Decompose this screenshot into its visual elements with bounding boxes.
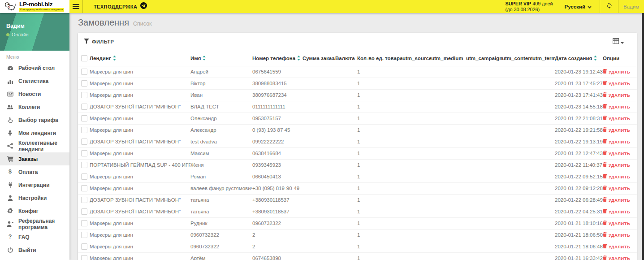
sidebar-item-tariff[interactable]: Выбор тарифа [0,113,69,126]
delete-button[interactable]: УДАЛИТЬ [603,197,630,203]
row-checkbox[interactable] [81,139,87,145]
select-all-checkbox[interactable] [81,55,87,61]
column-header-name[interactable]: Имя [190,51,252,66]
cell-utm-content [502,206,532,217]
cell-utm-medium [431,124,466,136]
column-header-currency: Валюта [335,51,357,66]
sidebar-item-colleagues[interactable]: Коллеги [0,100,69,113]
row-checkbox[interactable] [81,80,87,87]
sidebar-item-stats[interactable]: Статистика [0,74,69,87]
cell-utm-medium [431,229,466,241]
sidebar-item-config[interactable]: Конфиг [0,204,69,217]
page-scrollbar[interactable] [642,13,644,260]
delete-button[interactable]: УДАЛИТЬ [603,139,630,144]
delete-button[interactable]: УДАЛИТЬ [603,186,630,191]
cell-created: 2020-01-22 04:25:31 [555,206,603,217]
row-checkbox[interactable] [81,232,87,238]
sidebar-item-payment[interactable]: $ Оплата [0,165,69,178]
delete-button[interactable]: УДАЛИТЬ [603,221,630,226]
row-checkbox[interactable] [81,104,87,110]
trash-icon [603,209,607,214]
row-checkbox[interactable] [81,243,87,250]
cell-utm-term [532,136,555,147]
filter-button[interactable]: ФИЛЬТР [84,39,114,45]
delete-button[interactable]: УДАЛИТЬ [603,92,630,98]
column-settings-button[interactable] [613,38,624,46]
delete-button[interactable]: УДАЛИТЬ [603,209,630,214]
sidebar-item-faq[interactable]: ? FAQ [0,230,69,243]
support-link[interactable]: ТЕХПОДДЕРЖКА [94,2,147,11]
row-checkbox[interactable] [81,127,87,133]
sidebar-item-collective-landings[interactable]: Коллективные лендинги [0,139,69,152]
chevron-down-icon [588,4,592,9]
cell-utm-medium [431,194,466,206]
cell-created: 2020-01-22 09:52:15 [555,171,603,182]
cell-utm-campaign [466,194,502,206]
delete-button[interactable]: УДАЛИТЬ [603,104,630,109]
cell-utm-term [532,78,555,89]
cell-qty: 1 [357,241,402,252]
sidebar-item-settings[interactable]: Настройки [0,191,69,204]
column-header-phone[interactable]: Номер телефона [252,51,303,66]
row-checkbox[interactable] [81,197,87,203]
person-plus-icon [6,221,14,227]
cell-utm-term [532,101,555,113]
cell-phone: 0674653898 [252,252,303,260]
sidebar-item-my-landings[interactable]: Мои лендинги [0,126,69,139]
brand-logo[interactable]: LP-mobi.biz Конструктор мобильных лендин… [0,0,69,13]
cell-utm-medium [431,113,466,124]
delete-button[interactable]: УДАЛИТЬ [603,174,630,179]
delete-button[interactable]: УДАЛИТЬ [603,81,630,86]
sidebar-item-news[interactable]: Новости [0,87,69,100]
cell-options: УДАЛИТЬ [603,78,637,89]
sidebar-item-dashboard[interactable]: Рабочий стол [0,61,69,74]
delete-button[interactable]: УДАЛИТЬ [603,151,630,156]
cell-utm-source [402,89,431,101]
cell-utm-term [532,124,555,136]
filter-icon [84,39,89,45]
row-checkbox[interactable] [81,220,87,226]
sidebar-item-orders[interactable]: Заказы [0,152,69,165]
sidebar-item-referral[interactable]: Реферальная программа [0,217,69,230]
cell-utm-medium [431,252,466,260]
cell-currency [335,182,357,194]
sort-icon [594,56,597,61]
delete-button[interactable]: УДАЛИТЬ [603,127,630,133]
language-selector[interactable]: Русский [565,4,592,9]
row-checkbox[interactable] [81,69,87,75]
cell-qty: 1 [357,182,402,194]
row-checkbox[interactable] [81,185,87,191]
sidebar-item-integrations[interactable]: Интеграции [0,178,69,191]
row-checkbox[interactable] [81,115,87,121]
cell-sum [303,182,335,194]
cell-options: УДАЛИТЬ [603,206,637,217]
row-checkbox[interactable] [81,162,87,168]
cell-landing: ДОЗАТОР ЗУБНОЇ ПАСТИ "МИНЬОН" [90,206,190,217]
row-checkbox[interactable] [81,92,87,98]
row-checkbox[interactable] [81,173,87,180]
delete-button[interactable]: УДАЛИТЬ [603,244,630,249]
column-header-landing[interactable]: Лендинг [90,51,190,66]
delete-button[interactable]: УДАЛИТЬ [603,162,630,168]
table-row: Маркеры для шин валеев фанур рустямович … [78,182,637,194]
cell-select [78,171,90,182]
delete-button[interactable]: УДАЛИТЬ [603,69,630,74]
column-header-created[interactable]: Дата создания [555,51,603,66]
row-checkbox[interactable] [81,255,87,260]
cell-options: УДАЛИТЬ [603,136,637,147]
sidebar-toggle-button[interactable] [69,0,83,13]
telegram-icon [140,2,147,11]
row-checkbox[interactable] [81,208,87,215]
cell-utm-campaign [466,124,502,136]
delete-button[interactable]: УДАЛИТЬ [603,256,630,260]
refresh-button[interactable] [600,0,618,13]
delete-button[interactable]: УДАЛИТЬ [603,116,630,121]
delete-button[interactable]: УДАЛИТЬ [603,232,630,238]
sidebar-item-logout[interactable]: Выйти [0,243,69,256]
row-checkbox[interactable] [81,150,87,156]
column-header-utm_term: utm_term [532,51,555,66]
cell-select [78,136,90,147]
cell-phone: 2 [252,241,303,252]
topbar-username[interactable]: Вадим [618,4,644,9]
main-content: Замовлення Список ФИЛЬТР [69,13,644,260]
